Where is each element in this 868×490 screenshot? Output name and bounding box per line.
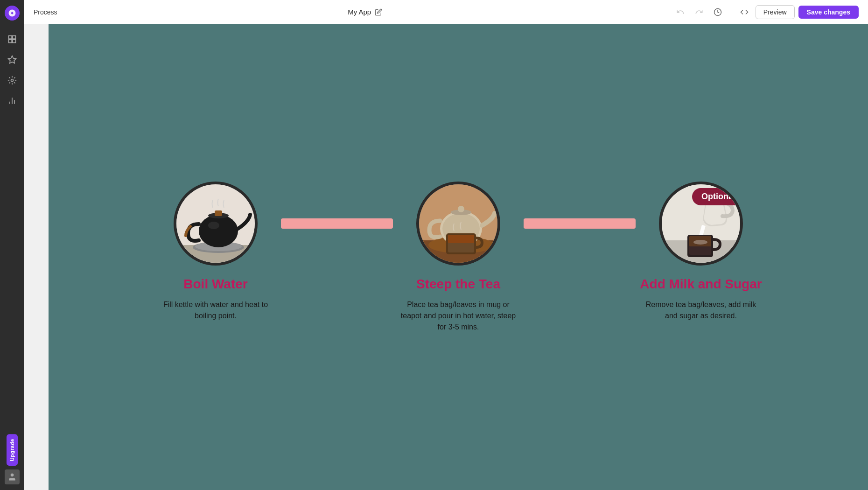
topbar-right: Preview Save changes bbox=[673, 5, 859, 20]
step-2-desc: Place tea bag/leaves in mug or teapot an… bbox=[398, 299, 519, 333]
step-1-circle bbox=[174, 182, 258, 266]
step-3-desc: Remove tea bag/leaves, add milk and suga… bbox=[640, 299, 762, 322]
step-2-label-col: Steep the Tea Place tea bag/leaves in mu… bbox=[393, 277, 524, 333]
step-3-title: Add Milk and Sugar bbox=[640, 277, 762, 292]
svg-rect-1 bbox=[9, 36, 12, 39]
step-2-title: Steep the Tea bbox=[416, 277, 500, 292]
svg-point-25 bbox=[458, 206, 464, 212]
edit-app-name-button[interactable] bbox=[375, 8, 382, 16]
step-1-desc: Fill kettle with water and heat to boili… bbox=[155, 299, 276, 322]
topbar-center: My App bbox=[57, 8, 673, 16]
sidebar-item-analytics[interactable] bbox=[4, 92, 21, 109]
main-content: Optional Boil Water Fill kettle with wat… bbox=[49, 24, 868, 490]
optional-badge: Optional bbox=[692, 188, 743, 205]
redo-button[interactable] bbox=[692, 5, 707, 20]
step-2-circle bbox=[416, 182, 500, 266]
sidebar-item-components[interactable] bbox=[4, 51, 21, 68]
sidebar-item-settings[interactable] bbox=[4, 72, 21, 89]
tea-image bbox=[419, 184, 500, 266]
kettle-image bbox=[176, 184, 258, 266]
step-3-label-col: Add Milk and Sugar Remove tea bag/leaves… bbox=[636, 277, 766, 333]
pencil-icon bbox=[375, 8, 382, 16]
svg-point-9 bbox=[11, 474, 14, 477]
step-1-title: Boil Water bbox=[183, 277, 247, 292]
topbar-divider bbox=[731, 7, 731, 17]
preview-button[interactable]: Preview bbox=[756, 5, 795, 19]
pin-icon bbox=[7, 55, 17, 64]
step-1-label-col: Boil Water Fill kettle with water and he… bbox=[150, 277, 281, 333]
svg-point-5 bbox=[11, 79, 14, 82]
connector-1 bbox=[281, 218, 393, 229]
settings-icon bbox=[7, 76, 17, 85]
label-spacer-1 bbox=[281, 277, 393, 333]
process-steps-container: Optional Boil Water Fill kettle with wat… bbox=[49, 182, 868, 333]
svg-rect-4 bbox=[13, 40, 16, 43]
logo-button[interactable] bbox=[5, 6, 20, 21]
sidebar: Upgrade bbox=[0, 0, 24, 490]
step-3-circle-wrapper: Optional bbox=[636, 182, 766, 266]
redo-icon bbox=[695, 8, 703, 16]
avatar-icon bbox=[7, 472, 17, 482]
svg-rect-28 bbox=[448, 235, 474, 243]
svg-point-16 bbox=[208, 222, 219, 229]
page-title: Process bbox=[34, 8, 57, 16]
svg-point-15 bbox=[199, 215, 238, 247]
clock-icon bbox=[714, 8, 722, 16]
connector-2 bbox=[524, 218, 636, 229]
chart-icon bbox=[7, 96, 17, 105]
user-avatar[interactable] bbox=[5, 469, 20, 484]
logo-icon bbox=[8, 9, 16, 17]
svg-rect-18 bbox=[215, 210, 222, 216]
step-2-circle-wrapper bbox=[393, 182, 524, 266]
svg-point-34 bbox=[693, 240, 707, 245]
sidebar-item-layout[interactable] bbox=[4, 31, 21, 48]
code-view-button[interactable] bbox=[737, 5, 752, 20]
history-button[interactable] bbox=[710, 5, 725, 20]
steps-labels-row: Boil Water Fill kettle with water and he… bbox=[49, 277, 868, 333]
app-name: My App bbox=[348, 8, 371, 16]
save-changes-button[interactable]: Save changes bbox=[798, 6, 859, 19]
step-1-circle-wrapper bbox=[150, 182, 281, 266]
label-spacer-2 bbox=[524, 277, 636, 333]
code-icon bbox=[740, 8, 749, 16]
step-3-circle: Optional bbox=[659, 182, 743, 266]
upgrade-button[interactable]: Upgrade bbox=[7, 434, 18, 466]
topbar: Process My App bbox=[24, 0, 868, 24]
steps-circles-row: Optional bbox=[49, 182, 868, 266]
layout-icon bbox=[7, 35, 17, 44]
undo-icon bbox=[676, 8, 685, 16]
svg-rect-3 bbox=[9, 40, 12, 43]
undo-button[interactable] bbox=[673, 5, 688, 20]
svg-rect-2 bbox=[13, 36, 16, 39]
